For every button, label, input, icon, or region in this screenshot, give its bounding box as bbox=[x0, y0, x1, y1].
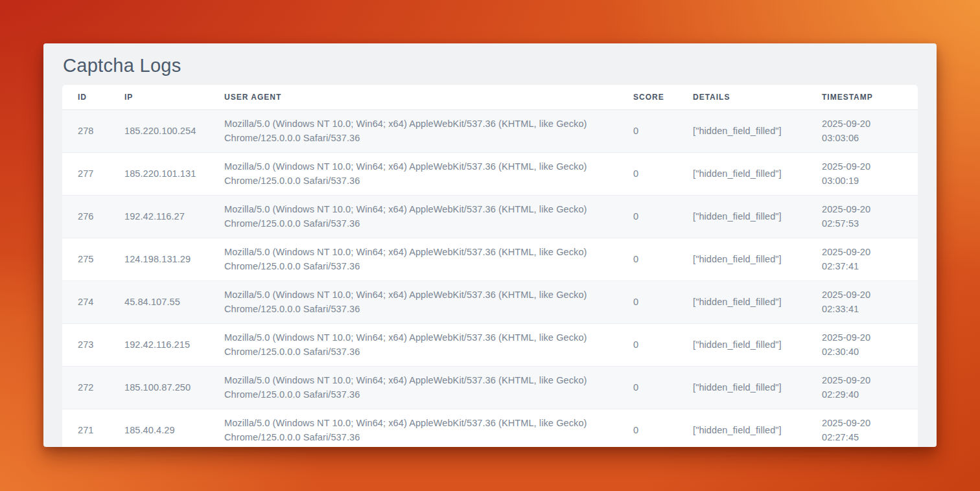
page-title: Captcha Logs bbox=[43, 43, 937, 85]
cell-user_agent: Mozilla/5.0 (Windows NT 10.0; Win64; x64… bbox=[209, 238, 618, 281]
cell-details: ["hidden_field_filled"] bbox=[677, 110, 806, 153]
cell-score: 0 bbox=[618, 153, 677, 196]
cell-ip: 45.84.107.55 bbox=[109, 281, 209, 324]
cell-id: 274 bbox=[62, 281, 109, 324]
cell-user_agent: Mozilla/5.0 (Windows NT 10.0; Win64; x64… bbox=[209, 153, 618, 196]
cell-score: 0 bbox=[618, 238, 677, 281]
cell-timestamp: 2025-09-20 03:00:19 bbox=[806, 153, 918, 196]
cell-score: 0 bbox=[618, 367, 677, 409]
cell-details: ["hidden_field_filled"] bbox=[677, 153, 806, 196]
table-row: 278185.220.100.254Mozilla/5.0 (Windows N… bbox=[62, 110, 918, 153]
cell-ip: 185.40.4.29 bbox=[109, 409, 209, 448]
cell-id: 271 bbox=[62, 409, 109, 448]
cell-ip: 192.42.116.215 bbox=[109, 324, 209, 367]
cell-id: 273 bbox=[62, 324, 109, 367]
cell-ip: 124.198.131.29 bbox=[109, 238, 209, 281]
column-header-score: SCORE bbox=[618, 85, 677, 110]
table-header-row: IDIPUSER AGENTSCOREDETAILSTIMESTAMP bbox=[62, 85, 918, 110]
cell-user_agent: Mozilla/5.0 (Windows NT 10.0; Win64; x64… bbox=[209, 367, 618, 409]
table-row: 273192.42.116.215Mozilla/5.0 (Windows NT… bbox=[62, 324, 918, 367]
cell-timestamp: 2025-09-20 03:03:06 bbox=[806, 110, 918, 153]
cell-id: 278 bbox=[62, 110, 109, 153]
cell-ip: 185.220.100.254 bbox=[109, 110, 209, 153]
cell-ip: 185.220.101.131 bbox=[109, 153, 209, 196]
column-header-ip: IP bbox=[109, 85, 209, 110]
cell-id: 276 bbox=[62, 196, 109, 238]
cell-score: 0 bbox=[618, 324, 677, 367]
cell-user_agent: Mozilla/5.0 (Windows NT 10.0; Win64; x64… bbox=[209, 196, 618, 238]
cell-score: 0 bbox=[618, 409, 677, 448]
cell-details: ["hidden_field_filled"] bbox=[677, 281, 806, 324]
table-row: 27445.84.107.55Mozilla/5.0 (Windows NT 1… bbox=[62, 281, 918, 324]
cell-id: 277 bbox=[62, 153, 109, 196]
cell-user_agent: Mozilla/5.0 (Windows NT 10.0; Win64; x64… bbox=[209, 324, 618, 367]
cell-id: 272 bbox=[62, 367, 109, 409]
table-row: 277185.220.101.131Mozilla/5.0 (Windows N… bbox=[62, 153, 918, 196]
table-row: 271185.40.4.29Mozilla/5.0 (Windows NT 10… bbox=[62, 409, 918, 448]
table-row: 272185.100.87.250Mozilla/5.0 (Windows NT… bbox=[62, 367, 918, 409]
cell-score: 0 bbox=[618, 196, 677, 238]
cell-timestamp: 2025-09-20 02:30:40 bbox=[806, 324, 918, 367]
cell-timestamp: 2025-09-20 02:27:45 bbox=[806, 409, 918, 448]
column-header-timestamp: TIMESTAMP bbox=[806, 85, 918, 110]
cell-ip: 192.42.116.27 bbox=[109, 196, 209, 238]
cell-details: ["hidden_field_filled"] bbox=[677, 409, 806, 448]
cell-details: ["hidden_field_filled"] bbox=[677, 324, 806, 367]
cell-timestamp: 2025-09-20 02:33:41 bbox=[806, 281, 918, 324]
logs-table: IDIPUSER AGENTSCOREDETAILSTIMESTAMP 2781… bbox=[62, 85, 918, 447]
table-header: IDIPUSER AGENTSCOREDETAILSTIMESTAMP bbox=[62, 85, 918, 110]
cell-user_agent: Mozilla/5.0 (Windows NT 10.0; Win64; x64… bbox=[209, 110, 618, 153]
column-header-details: DETAILS bbox=[677, 85, 806, 110]
logs-table-container: IDIPUSER AGENTSCOREDETAILSTIMESTAMP 2781… bbox=[62, 85, 918, 447]
cell-timestamp: 2025-09-20 02:57:53 bbox=[806, 196, 918, 238]
column-header-user_agent: USER AGENT bbox=[209, 85, 618, 110]
table-body: 278185.220.100.254Mozilla/5.0 (Windows N… bbox=[62, 110, 918, 448]
cell-details: ["hidden_field_filled"] bbox=[677, 196, 806, 238]
cell-details: ["hidden_field_filled"] bbox=[677, 367, 806, 409]
cell-score: 0 bbox=[618, 110, 677, 153]
cell-details: ["hidden_field_filled"] bbox=[677, 238, 806, 281]
cell-id: 275 bbox=[62, 238, 109, 281]
cell-user_agent: Mozilla/5.0 (Windows NT 10.0; Win64; x64… bbox=[209, 281, 618, 324]
page-background: Captcha Logs IDIPUSER AGENTSCOREDETAILST… bbox=[0, 0, 980, 491]
cell-ip: 185.100.87.250 bbox=[109, 367, 209, 409]
captcha-logs-card: Captcha Logs IDIPUSER AGENTSCOREDETAILST… bbox=[43, 43, 937, 447]
cell-score: 0 bbox=[618, 281, 677, 324]
table-row: 275124.198.131.29Mozilla/5.0 (Windows NT… bbox=[62, 238, 918, 281]
cell-timestamp: 2025-09-20 02:37:41 bbox=[806, 238, 918, 281]
cell-timestamp: 2025-09-20 02:29:40 bbox=[806, 367, 918, 409]
column-header-id: ID bbox=[62, 85, 109, 110]
cell-user_agent: Mozilla/5.0 (Windows NT 10.0; Win64; x64… bbox=[209, 409, 618, 448]
table-row: 276192.42.116.27Mozilla/5.0 (Windows NT … bbox=[62, 196, 918, 238]
